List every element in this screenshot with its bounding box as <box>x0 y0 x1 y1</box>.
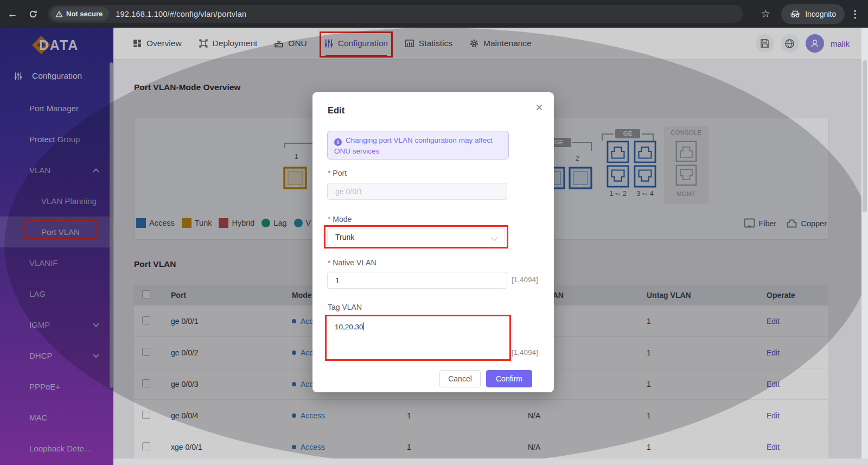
incognito-badge: Incognito <box>781 4 845 24</box>
warning-triangle-icon <box>55 10 63 18</box>
native-vlan-field-label: Native VLAN <box>328 258 376 267</box>
vertical-scrollbar[interactable] <box>861 28 868 458</box>
cancel-button[interactable]: Cancel <box>439 370 481 387</box>
reload-button[interactable] <box>25 6 41 22</box>
modal-title: Edit <box>328 105 344 116</box>
port-field-label: Port <box>328 169 347 177</box>
tag-vlan-annotation-box: 10,20,30 <box>325 315 511 361</box>
bookmark-star-icon[interactable]: ☆ <box>757 6 774 22</box>
url-text[interactable]: 192.168.1.100/#/config/vlan/portvlan <box>116 10 246 18</box>
security-label: Not secure <box>66 10 103 18</box>
info-icon: i <box>334 138 342 146</box>
screen: ← → Not secure 192.168.1.100/#/config/vl… <box>0 0 868 465</box>
native-vlan-hint: [1,4094] <box>512 276 538 284</box>
incognito-spy-icon <box>790 10 801 18</box>
edit-modal: Edit × iChanging port VLAN configuration… <box>312 92 554 392</box>
incognito-label: Incognito <box>805 10 836 18</box>
address-bar[interactable]: Not secure 192.168.1.100/#/config/vlan/p… <box>48 5 743 23</box>
tag-vlan-textarea[interactable]: 10,20,30 <box>328 318 508 358</box>
mode-annotation-box: Trunk <box>324 225 508 249</box>
tag-vlan-hint: [1,4094] <box>512 348 538 356</box>
tag-vlan-field-label: Tag VLAN <box>328 303 362 311</box>
tag-vlan-value: 10,20,30 <box>335 323 363 331</box>
modal-alert: iChanging port VLAN configuration may af… <box>327 131 509 160</box>
reload-icon <box>29 10 37 18</box>
browser-menu-icon[interactable]: ⋮ <box>850 8 860 20</box>
mode-field-label: Mode <box>328 215 352 224</box>
browser-chrome: ← → Not secure 192.168.1.100/#/config/vl… <box>0 0 868 28</box>
native-vlan-input[interactable]: 1 <box>327 272 507 289</box>
chevron-down-icon <box>491 234 498 241</box>
horizontal-scrollbar[interactable] <box>113 458 868 465</box>
confirm-button[interactable]: Confirm <box>486 370 532 387</box>
modal-footer: Cancel Confirm <box>439 370 532 387</box>
mode-select[interactable]: Trunk <box>327 228 505 245</box>
back-button[interactable]: ← <box>4 6 21 22</box>
mode-select-value: Trunk <box>335 233 354 241</box>
text-cursor <box>363 322 364 330</box>
security-badge[interactable]: Not secure <box>50 7 109 21</box>
port-field: ge 0/0/1 <box>327 183 507 200</box>
alert-text: Changing port VLAN configuration may aff… <box>334 136 493 155</box>
close-icon[interactable]: × <box>535 101 543 114</box>
